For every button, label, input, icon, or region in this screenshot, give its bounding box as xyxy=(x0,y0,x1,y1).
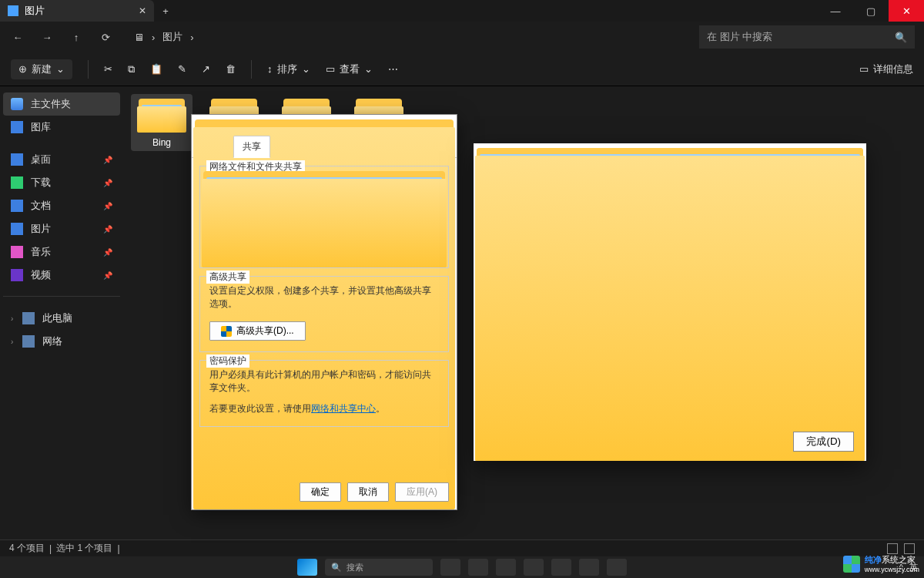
delete-button[interactable]: 🗑 xyxy=(226,63,236,75)
watermark-logo-icon xyxy=(843,556,860,573)
sidebar-item-network[interactable]: ›网络 xyxy=(3,330,120,353)
pc-icon xyxy=(22,312,35,324)
pwd-line1: 用户必须具有此计算机的用户帐户和密码，才能访问共享文件夹。 xyxy=(209,368,439,395)
sidebar-item-downloads[interactable]: 下载📌 xyxy=(3,171,120,194)
taskbar-app[interactable] xyxy=(468,559,488,576)
network-center-link[interactable]: 网络和共享中心 xyxy=(311,403,376,414)
pwd-line2a: 若要更改此设置，请使用 xyxy=(209,403,311,414)
section-advanced-share: 高级共享 设置自定义权限，创建多个共享，并设置其他高级共享选项。 高级共享(D)… xyxy=(199,276,449,352)
share-button[interactable]: ↗ xyxy=(202,63,210,75)
network-access-dialog: ✕ ← 网络访问 你的文件夹已共享。 可通过电子邮件向某个人发送到这些共享项的链… xyxy=(474,143,866,461)
pin-icon: 📌 xyxy=(103,225,112,234)
sidebar-item-gallery[interactable]: 图库 xyxy=(3,116,120,139)
sidebar-item-documents[interactable]: 文档📌 xyxy=(3,194,120,217)
status-bar: 4 个项目 | 选中 1 个项目 | xyxy=(0,539,924,556)
copy-button[interactable]: ⧉ xyxy=(128,63,135,76)
folder-icon xyxy=(504,291,522,306)
details-button[interactable]: ▭ 详细信息 xyxy=(859,62,913,76)
properties-dialog: Bing 属性 ✕ 常规 共享 安全 以前的版本 自定义 网络文件和文件夹共享 … xyxy=(191,114,457,510)
dialog-titlebar[interactable]: Bing 属性 ✕ xyxy=(192,115,457,135)
pictures-icon xyxy=(11,223,23,235)
cancel-button[interactable]: 取消 xyxy=(347,482,389,502)
icons-view-icon[interactable] xyxy=(904,543,915,554)
watermark: 纯净系统之家 www.ycwsjzy.com xyxy=(843,554,919,573)
back-button[interactable]: ← xyxy=(9,32,26,43)
search-box[interactable]: 在 图片 中搜索 🔍 xyxy=(699,25,915,49)
folder-icon xyxy=(209,177,231,196)
documents-icon xyxy=(11,200,23,212)
home-icon xyxy=(11,98,23,110)
new-tab-button[interactable]: + xyxy=(154,5,177,17)
pictures-icon xyxy=(8,5,18,16)
more-button[interactable]: ⋯ xyxy=(388,63,398,75)
separator xyxy=(251,60,252,79)
forward-button[interactable]: → xyxy=(38,32,55,43)
nav-bar: ← → ↑ ⟳ 🖥 › 图片 › 在 图片 中搜索 🔍 xyxy=(0,22,924,52)
new-button[interactable]: ⊕ 新建 ⌄ xyxy=(11,59,72,79)
tab-close-button[interactable]: ✕ xyxy=(139,5,146,16)
status-sep: | xyxy=(117,543,119,554)
chevron-right-icon: › xyxy=(11,314,13,323)
pin-icon: 📌 xyxy=(103,271,112,280)
taskview-button[interactable] xyxy=(440,559,460,576)
minimize-button[interactable]: — xyxy=(818,0,853,22)
taskbar-settings[interactable] xyxy=(607,559,627,576)
folder-icon xyxy=(198,119,210,130)
desktop-icon xyxy=(11,153,23,166)
details-view-icon[interactable] xyxy=(887,543,898,554)
search-icon: 🔍 xyxy=(895,32,907,43)
dialog-body: 你的文件夹已共享。 可通过电子邮件向某个人发送到这些共享项的链接，或将链接复制并… xyxy=(474,184,866,435)
status-sep: | xyxy=(49,543,52,554)
refresh-button[interactable]: ⟳ xyxy=(97,32,114,43)
address-bar[interactable]: 🖥 › 图片 › xyxy=(134,30,194,44)
sidebar-item-home[interactable]: 主文件夹 xyxy=(3,92,120,116)
list-item[interactable]: Bing \\BILLYFU-PC\Bing xyxy=(504,287,836,309)
pwd-line2b: 。 xyxy=(376,403,385,414)
window-buttons: — ▢ ✕ xyxy=(818,0,924,22)
downloads-icon xyxy=(11,176,23,189)
taskbar-app[interactable] xyxy=(496,559,516,576)
pin-icon: 📌 xyxy=(103,179,112,187)
rename-button[interactable]: ✎ xyxy=(178,63,186,75)
view-button[interactable]: ▭ 查看 ⌄ xyxy=(326,62,373,76)
sidebar-item-desktop[interactable]: 桌面📌 xyxy=(3,148,120,171)
music-icon xyxy=(11,246,23,258)
breadcrumb-sep: › xyxy=(152,32,155,43)
taskbar-explorer[interactable] xyxy=(524,559,544,576)
gallery-icon xyxy=(11,121,23,133)
up-button[interactable]: ↑ xyxy=(68,32,85,43)
folder-bing[interactable]: Bing xyxy=(131,94,192,151)
paste-button[interactable]: 📋 xyxy=(150,63,162,75)
taskbar-edge[interactable] xyxy=(551,559,571,576)
separator xyxy=(88,60,89,79)
sidebar-item-pictures[interactable]: 图片📌 xyxy=(3,217,120,240)
done-button[interactable]: 完成(D) xyxy=(793,432,854,452)
section-legend: 高级共享 xyxy=(206,271,249,284)
section-network-share: 网络文件和文件夹共享 Bing 共享式 网络路径(N): \\BILLYFU-P… xyxy=(199,166,449,268)
start-button[interactable] xyxy=(297,559,317,576)
status-count: 4 个项目 xyxy=(9,542,45,555)
ok-button[interactable]: 确定 xyxy=(300,482,341,502)
sidebar-item-music[interactable]: 音乐📌 xyxy=(3,240,120,264)
folder-icon xyxy=(136,94,188,133)
adv-share-desc: 设置自定义权限，创建多个共享，并设置其他高级共享选项。 xyxy=(209,284,439,311)
close-button[interactable]: ✕ xyxy=(889,0,924,22)
breadcrumb-pictures[interactable]: 图片 xyxy=(162,30,182,44)
pin-icon: 📌 xyxy=(103,248,112,257)
sidebar-item-pc[interactable]: ›此电脑 xyxy=(3,307,120,330)
taskbar-search[interactable]: 🔍 搜索 xyxy=(325,559,433,576)
breadcrumb-sep: › xyxy=(190,32,193,43)
chevron-right-icon: › xyxy=(11,338,13,346)
cut-button[interactable]: ✂ xyxy=(104,63,112,75)
section-password: 密码保护 用户必须具有此计算机的用户帐户和密码，才能访问共享文件夹。 若要更改此… xyxy=(199,360,449,427)
advanced-share-button[interactable]: 高级共享(D)... xyxy=(209,321,306,341)
sidebar-item-videos[interactable]: 视频📌 xyxy=(3,264,120,287)
maximize-button[interactable]: ▢ xyxy=(853,0,889,22)
taskbar-store[interactable] xyxy=(579,559,599,576)
tab-pictures[interactable]: 图片 ✕ xyxy=(0,0,154,22)
tab-share[interactable]: 共享 xyxy=(233,136,270,158)
sort-button[interactable]: ↕ 排序 ⌄ xyxy=(267,62,310,76)
items-list: Bing \\BILLYFU-PC\Bing xyxy=(497,283,843,406)
tab-title: 图片 xyxy=(25,4,45,18)
search-placeholder: 在 图片 中搜索 xyxy=(707,30,772,44)
